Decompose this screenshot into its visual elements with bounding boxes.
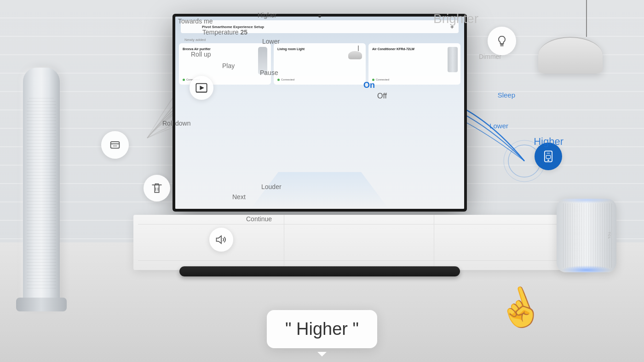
device-name-2: Living room Light xyxy=(277,47,362,51)
ac-left-icon xyxy=(109,138,121,151)
tower-air-purifier xyxy=(14,49,69,307)
play-icon xyxy=(195,81,208,94)
status-dot-1 xyxy=(183,79,185,81)
tower-base xyxy=(16,298,67,311)
dimmer-label: Dimmer xyxy=(479,53,501,60)
svg-marker-3 xyxy=(200,86,204,90)
tv-bezel: Pivot Smarthome Experience Setup + Newly… xyxy=(175,17,464,209)
cabinet-divider-2 xyxy=(434,215,434,270)
volume-icon xyxy=(215,233,228,246)
svg-rect-15 xyxy=(546,155,550,159)
soundbar xyxy=(179,266,460,276)
higher-right-label: Higher xyxy=(534,136,564,148)
status-dot-2 xyxy=(277,79,280,81)
device-card-ac[interactable]: Air Conditioner KFRd-72LW Connected xyxy=(368,43,460,85)
tv-content: Pivot Smarthome Experience Setup + Newly… xyxy=(175,17,464,209)
svg-rect-6 xyxy=(111,142,120,148)
tv-light-beam xyxy=(251,172,389,209)
voice-command-text: " Higher " xyxy=(285,319,359,339)
ac-remote-icon xyxy=(542,150,555,163)
trash-icon xyxy=(150,182,163,195)
play-button[interactable] xyxy=(190,76,213,100)
cabinet-divider-1 xyxy=(284,215,284,270)
trash-button[interactable] xyxy=(144,175,170,201)
towards-me-label: Towards me xyxy=(178,17,213,25)
tv-cabinet xyxy=(133,215,589,270)
lower-top-label: Lower xyxy=(262,38,280,45)
lightbulb-icon xyxy=(495,34,508,47)
play-label: Play xyxy=(222,62,235,69)
lower-mid-label: Lower xyxy=(489,122,508,130)
device-card-light[interactable]: Living room Light Connected xyxy=(274,43,366,85)
ac-left-button[interactable] xyxy=(101,131,129,159)
speaker-top-glow xyxy=(559,199,614,203)
temperature-label: Temperature 25 xyxy=(202,29,247,36)
speaker-glow xyxy=(561,265,612,272)
tv-screen: Pivot Smarthome Experience Setup + Newly… xyxy=(172,14,467,212)
smart-speaker: TCL xyxy=(557,199,616,272)
lamp-shade xyxy=(538,37,603,74)
device-name-3: Air Conditioner KFRd-72LW xyxy=(372,47,457,51)
lamp-cord xyxy=(586,0,587,37)
speaker-grille xyxy=(561,203,612,268)
ac-illustration xyxy=(448,47,458,72)
on-label: On xyxy=(363,80,375,90)
off-label: Off xyxy=(377,92,387,100)
newly-added-label: Newly added xyxy=(184,38,206,42)
brighter-label: Brighter xyxy=(433,11,478,26)
speaker-brand: TCL xyxy=(607,232,610,239)
roll-up-label: Roll up xyxy=(191,51,211,58)
tv-camera xyxy=(318,15,321,17)
tower-grille xyxy=(27,95,56,288)
svg-point-16 xyxy=(547,159,549,161)
louder-label: Louder xyxy=(261,183,282,190)
higher-top-label: Higher xyxy=(258,11,276,19)
continue-label: Continue xyxy=(246,215,272,223)
light-button[interactable] xyxy=(488,27,516,55)
pendant-lamp xyxy=(570,0,603,74)
sleep-label: Sleep xyxy=(498,91,515,99)
speaker-body: TCL xyxy=(557,199,616,272)
tower-body xyxy=(23,68,60,307)
next-label: Next xyxy=(232,193,246,201)
lamp-illustration xyxy=(355,46,362,59)
pause-label: Pause xyxy=(260,69,278,76)
svg-marker-5 xyxy=(217,236,222,243)
speech-bubble: " Higher " xyxy=(267,310,377,348)
roll-down-label: Roll down xyxy=(162,120,190,127)
device-status-2: Connected xyxy=(277,78,294,81)
volume-button[interactable] xyxy=(209,228,233,252)
device-cards-container: Breeva Air purifier Connected Living roo… xyxy=(179,43,460,85)
